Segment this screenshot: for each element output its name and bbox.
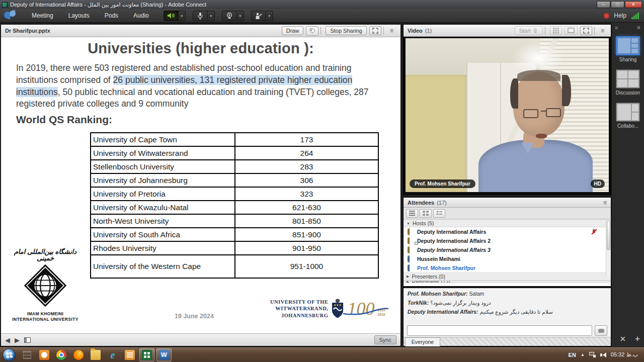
webcam-dropdown[interactable]: ▾ xyxy=(237,11,244,21)
media-player-icon[interactable] xyxy=(37,348,52,361)
attendee-list: ▼Hosts (5) Deputy International Affairs … xyxy=(404,219,611,286)
video-pod-header: Video (1) Start ≡ xyxy=(404,25,611,37)
mic-dropdown[interactable]: ▾ xyxy=(208,11,215,21)
table-row: University of South Africa851-900 xyxy=(91,228,378,241)
minimize-button[interactable]: – xyxy=(597,1,610,8)
raise-hand-icon[interactable] xyxy=(251,11,266,21)
attendees-pod: Attendees (17) ≡ ▼Hosts (5) Deputy Inter… xyxy=(403,197,611,287)
sync-button[interactable]: Sync xyxy=(374,335,396,344)
attendee-list-view-icon[interactable] xyxy=(406,209,418,218)
video-pod-title: Video xyxy=(404,28,423,34)
menu-pods[interactable]: Pods xyxy=(97,9,126,22)
taskbar-pinned-item[interactable] xyxy=(20,348,35,361)
hosts-group-header[interactable]: ▼Hosts (5) xyxy=(404,219,611,227)
attendee-row[interactable]: Deputy International Affairs xyxy=(404,227,611,236)
host-icon xyxy=(408,247,414,253)
previous-slide-button[interactable]: ◀ xyxy=(5,336,10,344)
filmstrip-view-icon[interactable] xyxy=(565,26,578,35)
table-row: University of Cape Town173 xyxy=(91,133,378,146)
layout-sharing[interactable]: Sharing xyxy=(615,36,641,62)
attendees-pod-menu-icon[interactable]: ≡ xyxy=(599,199,611,206)
language-indicator[interactable]: EN xyxy=(569,352,576,358)
close-button[interactable]: ✕ xyxy=(625,1,642,8)
webcam-icon[interactable] xyxy=(222,11,237,21)
layoutbar-close-icon[interactable]: ✕ xyxy=(636,25,641,31)
clock[interactable]: 05:32 ب.ظ xyxy=(611,351,638,358)
wits-swoosh-icon xyxy=(343,308,388,316)
attendee-row[interactable]: Deputy International Affairs 2 xyxy=(404,236,611,245)
firefox-icon[interactable] xyxy=(71,348,86,361)
caret-right-icon: ▶ xyxy=(407,281,409,283)
attendee-row-self[interactable]: Prof. Mohsen Sharifpur xyxy=(404,263,611,273)
raise-hand-dropdown[interactable]: ▾ xyxy=(266,11,273,21)
speaker-dropdown[interactable]: ▾ xyxy=(179,11,186,21)
taskbar: e W EN ▲ 05:32 ب.ظ xyxy=(0,347,644,362)
chat-pod: Prof. Mohsen Sharifpur: Salam TorkNik: د… xyxy=(403,288,611,346)
windows-logo-icon xyxy=(6,352,13,358)
tray-expand-icon[interactable]: ▲ xyxy=(581,352,585,357)
caret-down-icon: ▼ xyxy=(407,222,410,225)
pod-add-icon[interactable]: + xyxy=(635,334,640,344)
video-fullscreen-icon[interactable] xyxy=(580,26,592,35)
microphone-icon[interactable] xyxy=(193,11,208,21)
participants-group-header[interactable]: ▶Participants (12) xyxy=(404,281,611,283)
table-row: University of Kwazulu-Natal621-630 xyxy=(91,201,378,214)
app-icon xyxy=(2,2,8,8)
menu-layouts[interactable]: Layouts xyxy=(61,9,97,22)
tab-everyone[interactable]: Everyone xyxy=(405,337,440,346)
sidebar-toggle-icon[interactable] xyxy=(24,337,31,343)
menu-audio[interactable]: Audio xyxy=(126,9,156,22)
wits-logo-text: UNIVERSITY OF THE WITWATERSRAND, JOHANNE… xyxy=(270,299,328,318)
attendees-scrollbar[interactable] xyxy=(606,220,610,276)
next-slide-button[interactable]: ▶ xyxy=(15,336,20,344)
window-title: Deputy of International Affairs - معاونت… xyxy=(10,2,206,8)
attendee-status-view-icon[interactable] xyxy=(433,209,445,218)
caret-right-icon: ▶ xyxy=(407,275,409,279)
video-pod: Video (1) Start ≡ xyxy=(403,24,611,195)
word-taskbar-icon[interactable]: W xyxy=(156,348,172,361)
share-pod-menu-icon[interactable]: ≡ xyxy=(386,27,397,34)
attendee-grid-view-icon[interactable] xyxy=(420,209,432,218)
maximize-button[interactable]: □ xyxy=(611,1,624,8)
host-icon xyxy=(408,256,414,262)
attendee-row[interactable]: Deputy International Affairs 3 xyxy=(404,245,611,254)
layout-sidebar: ≡ ✕ Sharing Discussion Collabo... xyxy=(612,23,644,347)
layoutbar-menu-icon[interactable]: ≡ xyxy=(615,25,618,31)
attendee-row[interactable]: Hussein Meihami xyxy=(404,254,611,263)
grid-view-icon[interactable] xyxy=(550,26,562,35)
layout-discussion[interactable]: Discussion xyxy=(615,69,641,96)
chat-message: TorkNik: درود وبینار برگزار نمی‌شود؟ xyxy=(408,300,607,306)
pointer-tool-button[interactable] xyxy=(306,26,318,36)
scrollbar-thumb[interactable] xyxy=(607,221,610,250)
hd-badge: HD xyxy=(591,179,605,188)
send-chat-icon[interactable] xyxy=(595,325,607,336)
file-explorer-icon[interactable] xyxy=(88,348,103,361)
help-menu[interactable]: Help xyxy=(614,12,626,19)
volume-icon[interactable] xyxy=(600,352,606,357)
qs-ranking-heading: World QS Ranking: xyxy=(16,114,112,126)
chat-tab-strip: Everyone xyxy=(404,337,611,346)
speaker-icon[interactable] xyxy=(164,11,179,21)
glasses-icon xyxy=(523,109,538,118)
stop-sharing-button[interactable]: Stop Sharing xyxy=(326,26,367,35)
chrome-icon[interactable] xyxy=(54,348,69,361)
ikiu-calligraphy: دانشگاه بین‌المللی امام خمینی xyxy=(6,248,85,261)
video-pod-menu-icon[interactable]: ≡ xyxy=(597,27,608,34)
internet-explorer-icon[interactable]: e xyxy=(105,348,120,361)
table-row: University of Pretoria323 xyxy=(91,187,378,201)
share-pod-footer: ◀ ▶ Sync xyxy=(1,333,400,346)
start-button[interactable] xyxy=(3,348,16,361)
menu-meeting[interactable]: Meeting xyxy=(24,9,61,22)
document-app-icon[interactable] xyxy=(122,348,137,361)
fullscreen-button[interactable] xyxy=(369,26,381,35)
connection-signal-icon[interactable] xyxy=(631,12,639,19)
adobe-connect-taskbar-icon[interactable] xyxy=(139,348,154,361)
draw-button[interactable]: Draw xyxy=(282,26,304,35)
chat-input[interactable] xyxy=(407,325,592,336)
start-webcam-button[interactable]: Start xyxy=(515,26,543,35)
presenters-group-header[interactable]: ▶Presenters (0) xyxy=(404,273,611,281)
host-screen-icon xyxy=(408,238,414,244)
network-icon[interactable] xyxy=(589,352,596,357)
pod-close-icon[interactable]: ✕ xyxy=(620,335,626,343)
layout-collaboration[interactable]: Collabo... xyxy=(615,103,641,129)
